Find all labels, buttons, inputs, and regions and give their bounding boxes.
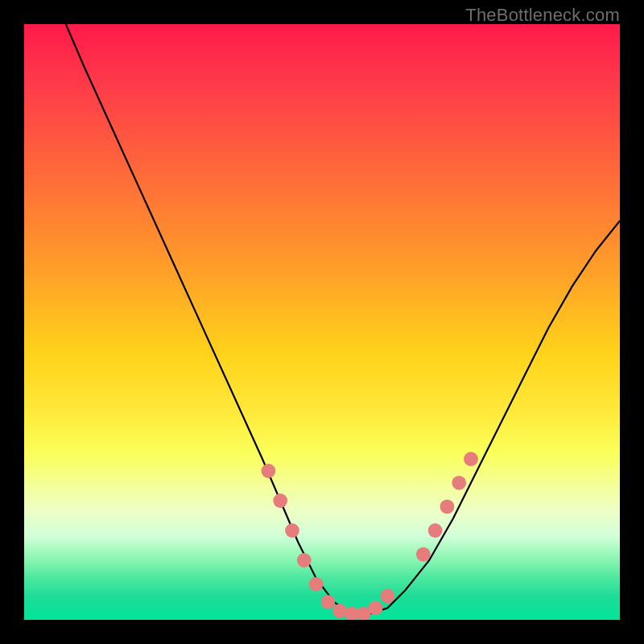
marker-point (428, 523, 443, 538)
marker-point (273, 493, 287, 508)
watermark-text: TheBottleneck.com (465, 5, 620, 26)
marker-point (297, 553, 312, 568)
curve-line (66, 24, 620, 614)
chart-svg (24, 24, 620, 620)
marker-point (332, 604, 347, 618)
marker-point (369, 601, 383, 615)
chart-plot-area (24, 24, 620, 620)
marker-point (440, 500, 455, 514)
marker-point (309, 577, 324, 592)
marker-point (285, 523, 299, 538)
marker-point (381, 589, 395, 604)
marker-point (321, 595, 336, 609)
marker-point (452, 476, 466, 490)
marker-point (262, 464, 276, 478)
marker-point (464, 452, 478, 466)
marker-point (416, 547, 431, 562)
marker-group (262, 452, 478, 620)
